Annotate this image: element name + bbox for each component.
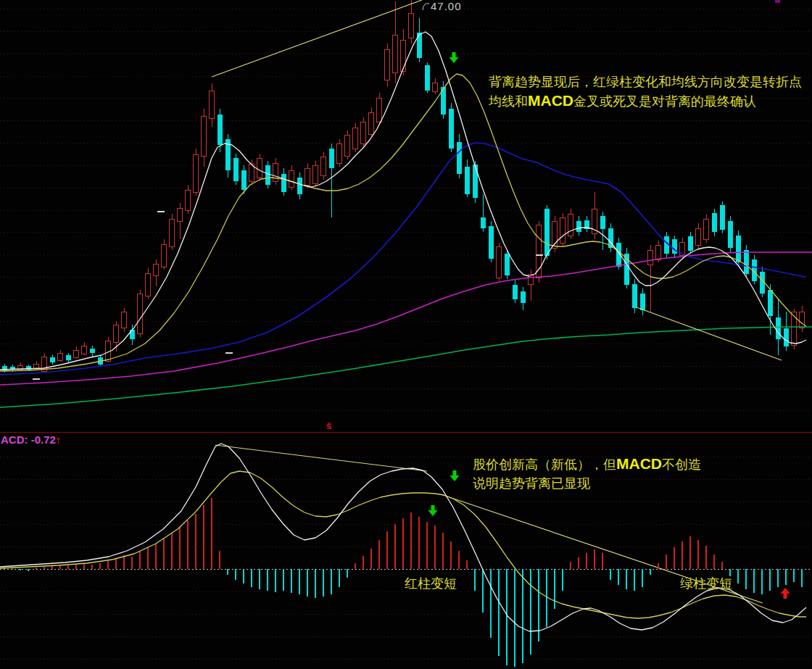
macd-value-label: ACD: -0.72↑ — [1, 433, 61, 446]
candle-body-down — [521, 291, 526, 303]
candle-body-down — [688, 236, 693, 251]
candle-body-down — [640, 294, 645, 310]
candle-body-up — [154, 264, 159, 275]
ma-green-line — [0, 327, 812, 407]
cursor-artifact — [775, 0, 780, 3]
candle-body-up — [409, 13, 414, 38]
candle-body-up — [800, 312, 805, 328]
candle-body-down — [218, 115, 223, 145]
candle-body-up — [114, 325, 119, 342]
trading-chart-screen[interactable]: 47.00 背离趋势显现后，红绿柱变化和均线方向改变是转折点 均线和MACD金叉… — [0, 0, 812, 669]
candle-body-up — [361, 122, 366, 144]
candle-body-down — [481, 217, 486, 228]
candle-body-up — [122, 312, 127, 328]
candle-body-down — [233, 158, 239, 181]
macd-value-text: ACD: -0.72 — [1, 433, 56, 446]
candle-body-down — [664, 236, 669, 254]
main-annotation-line2: 均线和MACD金叉或死叉是对背离的最终确认 — [489, 91, 802, 111]
green-down-arrow-dea-peak-icon — [428, 505, 438, 516]
candle-body-down — [425, 65, 430, 91]
candle-body-down — [130, 330, 135, 339]
candle-body-down — [632, 284, 637, 308]
candle-body-up — [393, 35, 398, 72]
candle-body-down — [489, 226, 494, 259]
candle-body-down — [768, 290, 773, 316]
candle-body-up — [313, 165, 318, 183]
candle-body-up — [34, 364, 39, 368]
candle-body-up — [138, 294, 143, 333]
candle-body-down — [736, 236, 741, 262]
candle-body-up — [369, 112, 374, 134]
candle-body-down — [513, 285, 518, 299]
candle-body-up — [82, 346, 87, 354]
candle-body-up — [162, 244, 167, 267]
candle-body-up — [385, 49, 390, 80]
candle-body-up — [337, 144, 342, 163]
candle-body-down — [728, 221, 733, 248]
green-down-arrow-macd-peak-icon — [450, 470, 460, 481]
trendline-price-lows — [637, 307, 782, 360]
candle-body-up — [560, 217, 566, 243]
peak-callout-hook — [423, 4, 429, 10]
candle-body-up — [186, 190, 191, 210]
up-arrow-icon: ↑ — [56, 433, 62, 446]
ma-blue-line — [0, 143, 806, 375]
main-annotation-line1: 背离趋势显现后，红绿柱变化和均线方向改变是转折点 — [489, 72, 802, 91]
candle-body-down — [505, 254, 510, 275]
candle-body-up — [305, 168, 310, 185]
red-up-arrow-macd-turn-icon — [781, 588, 790, 599]
candle-body-down — [281, 174, 286, 192]
candle-body-down — [760, 272, 765, 294]
candle-body-up — [289, 170, 294, 187]
candle-body-down — [776, 317, 781, 339]
macd-annotation-line2: 说明趋势背离已显现 — [473, 474, 701, 493]
candle-body-up — [210, 91, 215, 118]
candle-body-down — [544, 209, 550, 256]
candle-body-down — [265, 165, 270, 185]
macd-annotation: 股价创新高（新低），但MACD不创造 说明趋势背离已显现 — [473, 454, 701, 493]
candle-body-up — [696, 228, 701, 245]
candle-body-down — [441, 87, 446, 115]
candle-body-up — [656, 245, 661, 259]
ma-yellow-line — [0, 74, 806, 371]
candle-body-down — [712, 213, 717, 232]
candle-body-up — [58, 353, 63, 360]
candle-body-down — [66, 355, 71, 360]
candle-body-down — [417, 33, 422, 58]
candle-body-up — [202, 116, 207, 156]
trendline-macd-peaks — [215, 445, 427, 471]
candle-body-down — [744, 250, 749, 274]
candle-body-down — [329, 149, 334, 168]
candle-body-up — [257, 158, 262, 178]
candle-body-down — [297, 178, 302, 194]
candle-body-up — [170, 219, 175, 246]
candle-body-up — [377, 98, 382, 122]
red-bars-shorten-label: 红柱变短 — [405, 574, 457, 593]
trendline-price-peaks — [212, 0, 422, 77]
candle-body-up — [648, 250, 653, 265]
candle-body-up — [497, 246, 502, 278]
candle-body-up — [704, 219, 709, 239]
peak-price-label: 47.00 — [431, 0, 462, 12]
candle-body-up — [353, 128, 358, 149]
candle-body-down — [720, 205, 725, 230]
candle-body-up — [194, 154, 199, 192]
candle-body-up — [146, 273, 151, 296]
candle-body-up — [321, 157, 326, 175]
candle-body-down — [457, 142, 462, 174]
candle-body-up — [178, 208, 183, 221]
main-annotation: 背离趋势显现后，红绿柱变化和均线方向改变是转折点 均线和MACD金叉或死叉是对背… — [489, 72, 802, 111]
candle-body-down — [465, 167, 470, 194]
candle-body-down — [600, 216, 605, 229]
candle-body-up — [345, 135, 350, 156]
candle-body-down — [50, 357, 55, 362]
candle-body-down — [90, 349, 95, 353]
candle-body-up — [401, 40, 406, 71]
candle-body-up — [18, 365, 23, 369]
macd-annotation-line1: 股价创新高（新低），但MACD不创造 — [473, 454, 701, 474]
candle-body-down — [576, 221, 581, 232]
candle-body-down — [241, 170, 246, 190]
candle-body-down — [784, 328, 789, 346]
candle-body-down — [449, 109, 454, 149]
candle-body-up — [74, 350, 79, 357]
